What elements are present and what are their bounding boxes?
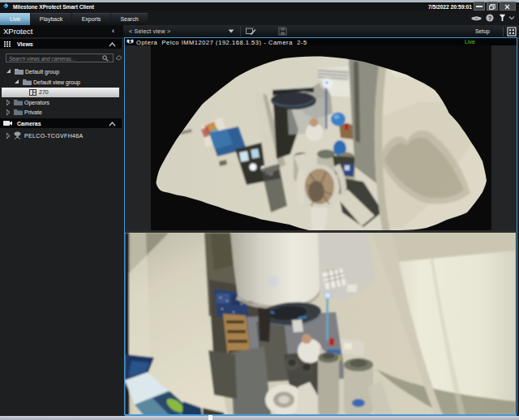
svg-text:?: ? — [488, 15, 492, 22]
svg-text:PELCO: PELCO — [239, 300, 253, 305]
